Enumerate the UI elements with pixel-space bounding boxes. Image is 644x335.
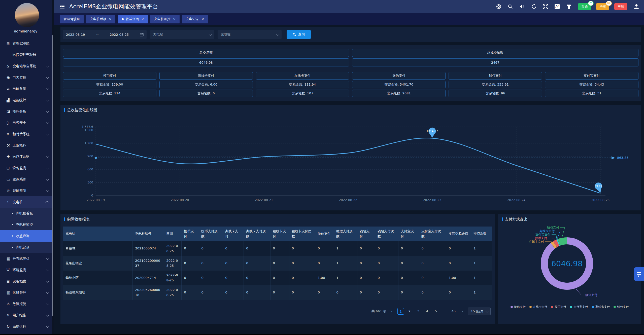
sidebar-group: Ψ环境监测 (0, 264, 52, 276)
close-icon[interactable]: × (201, 17, 204, 21)
prev-page-button[interactable]: ‹ (389, 308, 395, 315)
sidebar-item[interactable]: Ψ环境监测 (0, 264, 52, 276)
tab-充电桩监控[interactable]: 充电桩监控× (150, 15, 180, 23)
sidebar-item[interactable]: ⊞管理驾驶舱 (0, 38, 52, 49)
close-icon[interactable]: × (109, 17, 112, 21)
sidebar-item[interactable]: ⊡设备监测 (0, 162, 52, 174)
energy-stats-icon: ▟ (7, 98, 13, 102)
tab-充电记录[interactable]: 充电记录× (182, 15, 208, 23)
legend-label: 离线卡支付 (595, 305, 610, 309)
tab-充电桩看板[interactable]: 充电桩看板× (86, 15, 115, 23)
sidebar-subitem[interactable]: 充电桩监控 (0, 219, 52, 230)
close-icon[interactable]: × (141, 17, 144, 21)
legend-item-投币支付[interactable]: 投币支付 (551, 305, 566, 309)
legend-item-在线卡支付[interactable]: 在线卡支付 (529, 305, 548, 309)
table-cell: 2022-08-25 (164, 271, 181, 285)
sidebar-item[interactable]: ⚡充电桩 (0, 196, 52, 208)
sidebar-item-label: 充电桩 (13, 200, 23, 204)
payment-card-count: 交易笔数: 114 (63, 90, 156, 97)
table-cell: 1 (334, 256, 357, 271)
collapse-menu-icon[interactable] (59, 4, 65, 9)
chevron-down-icon (46, 279, 49, 283)
date-range-input[interactable]: 2022-08-19 ~ 2022-08-25 (63, 30, 147, 39)
sidebar-item[interactable]: ✚医疗IT系统 (0, 151, 52, 162)
app-title: AcrelEMS企业微电网能效管理平台 (69, 3, 158, 10)
svg-text:2022-08-24: 2022-08-24 (507, 198, 526, 202)
sliders-icon (636, 271, 641, 277)
table-cell: 0 (375, 256, 398, 271)
sidebar-subitem-label: 收益查询 (16, 234, 29, 238)
sidebar-subitem[interactable]: 充电记录 (0, 242, 52, 253)
page-button[interactable]: 4 (424, 308, 430, 315)
page-button[interactable]: 3 (415, 308, 422, 315)
legend-item-支付宝支付[interactable]: 支付宝支付 (570, 305, 588, 309)
theme-icon[interactable] (566, 4, 572, 9)
platform-icon[interactable] (496, 4, 501, 9)
tab-label: 管理驾驶舱 (63, 17, 80, 21)
page-button[interactable]: 1 (397, 308, 404, 315)
sidebar-subitem[interactable]: 收益查询 (0, 230, 52, 242)
svg-text:0: 0 (91, 194, 93, 197)
payment-share-panel: 支付方式占比 6046.98微信支付在线卡支付投币支付支付宝支付离线卡支付钱包支… (498, 214, 641, 324)
legend-item-钱包支付[interactable]: 钱包支付 (614, 305, 629, 309)
tab-管理驾驶舱[interactable]: 管理驾驶舱 (60, 15, 84, 23)
sidebar-item[interactable]: ✎用户报告 (0, 310, 52, 321)
alarm-count-badge: 7 (588, 1, 594, 6)
page-size-select[interactable]: 15 条/页 (468, 308, 491, 315)
sound-icon[interactable] (519, 4, 525, 9)
sidebar-item[interactable]: ▦分布式光伏 (0, 253, 52, 264)
sidebar-scrollbar-thumb[interactable] (52, 35, 53, 316)
page-button[interactable]: 45 (450, 308, 457, 315)
sidebar-item[interactable]: ▭空调系统 (0, 174, 52, 185)
page-ellipsis: ··· (442, 308, 448, 315)
sidebar-item[interactable]: ⌂变电站综自系统 (0, 60, 52, 72)
translate-icon[interactable]: A 文 (554, 4, 560, 9)
sidebar-item[interactable]: ⊟设备档案 (0, 276, 52, 287)
legend-item-离线卡支付[interactable]: 离线卡支付 (592, 305, 610, 309)
sidebar-item[interactable]: ↻系统运行 (0, 321, 52, 332)
svg-text:2022-08-22: 2022-08-22 (339, 198, 357, 202)
legend-item-微信支付[interactable]: 微信支付 (511, 305, 526, 309)
alarm-badge-普通[interactable]: 普通7 (578, 3, 591, 10)
sidebar-subitem[interactable]: 充电桩看板 (0, 208, 52, 219)
search-icon[interactable] (507, 4, 513, 9)
payment-card-投币支付: 投币支付交易金额: 139.00交易笔数: 114 (63, 72, 156, 97)
sidebar-item[interactable]: ◪能耗分析 (0, 106, 52, 117)
sidebar-item[interactable]: ☼智能照明 (0, 185, 52, 196)
sidebar-item[interactable]: ⚒工业能耗 (0, 140, 52, 151)
alarm-badge-事故[interactable]: 事故 (614, 3, 627, 10)
sidebar-item-label: 电能质量 (13, 87, 26, 91)
charging-pile-icon: ⚡ (7, 200, 13, 204)
page-button[interactable]: 2 (406, 308, 413, 315)
tab-收益查询[interactable]: 收益查询× (118, 15, 148, 23)
sidebar-item[interactable]: ⚠故障报警 (0, 298, 52, 310)
refresh-icon[interactable] (531, 4, 537, 9)
filter-settings-button[interactable] (634, 267, 644, 281)
table-cell: 0 (357, 256, 375, 271)
avatar[interactable] (15, 3, 39, 27)
table-cell: 20220526000018 (132, 285, 164, 300)
station-select[interactable]: 充电站 (150, 30, 214, 39)
table-cell: 0 (270, 241, 289, 256)
svg-text:2022-08-19: 2022-08-19 (87, 198, 105, 202)
sidebar-item[interactable]: ≋电能质量 (0, 83, 52, 94)
fullscreen-icon[interactable] (543, 4, 548, 9)
sidebar-item[interactable]: ▯电气安全 (0, 117, 52, 128)
total-amount-title: 总交易额 (63, 49, 349, 57)
query-button[interactable]: 查询 (287, 30, 311, 39)
screen-bottom-edge (0, 334, 644, 335)
user-icon[interactable] (633, 4, 639, 10)
sidebar-item[interactable]: 医院管理驾驶舱 (0, 49, 52, 60)
chevron-down-icon (46, 121, 49, 124)
next-page-button[interactable]: › (459, 308, 466, 315)
alarm-badge-严重[interactable]: 严重84 (596, 3, 609, 10)
sidebar-item[interactable]: ◉电力监控 (0, 72, 52, 83)
sidebar-item[interactable]: ▥运维管理 (0, 287, 52, 298)
sidebar-item[interactable]: ¤预付费系统 (0, 128, 52, 140)
sidebar-item[interactable]: ▟电能统计 (0, 94, 52, 106)
sidebar-group: ⚒工业能耗 (0, 140, 52, 151)
close-icon[interactable]: × (173, 17, 176, 21)
pile-select[interactable]: 充电桩 (218, 30, 282, 39)
page-button[interactable]: 5 (433, 308, 439, 315)
ops-mgmt-icon: ▥ (7, 290, 13, 295)
